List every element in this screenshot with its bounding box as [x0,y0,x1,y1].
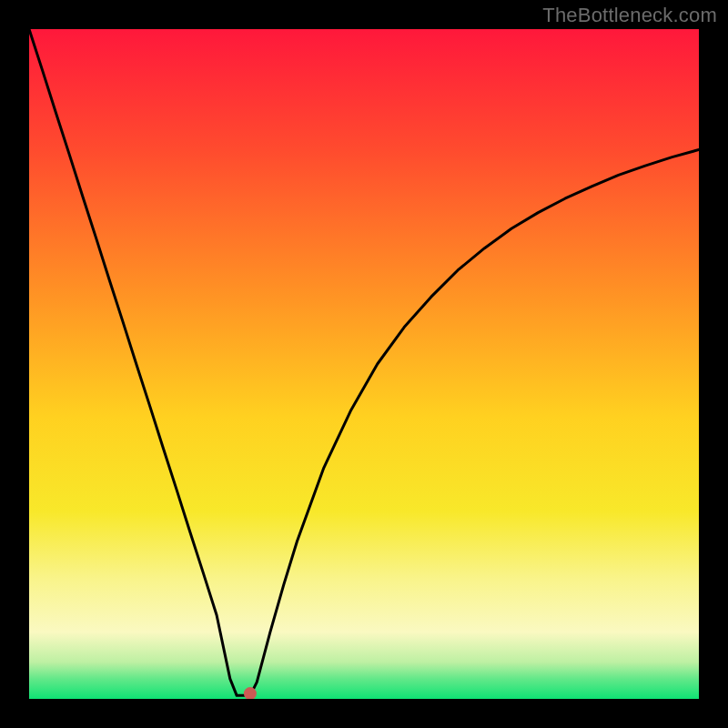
plot-area [29,29,699,699]
chart-frame: TheBottleneck.com [0,0,728,728]
chart-background [29,29,699,699]
watermark-text: TheBottleneck.com [542,4,717,27]
chart-svg [29,29,699,699]
